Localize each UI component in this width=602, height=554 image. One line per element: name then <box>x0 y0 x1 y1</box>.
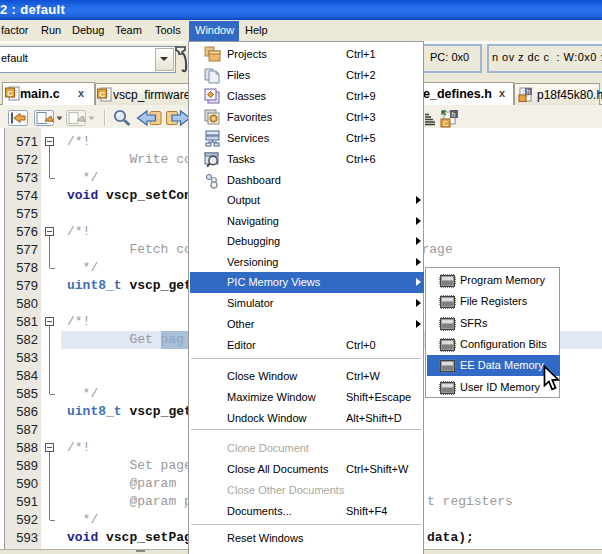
svg-text:h: h <box>527 88 531 95</box>
svg-text:h: h <box>452 111 456 118</box>
svg-text:C: C <box>7 89 13 98</box>
svg-text:C: C <box>443 120 448 127</box>
